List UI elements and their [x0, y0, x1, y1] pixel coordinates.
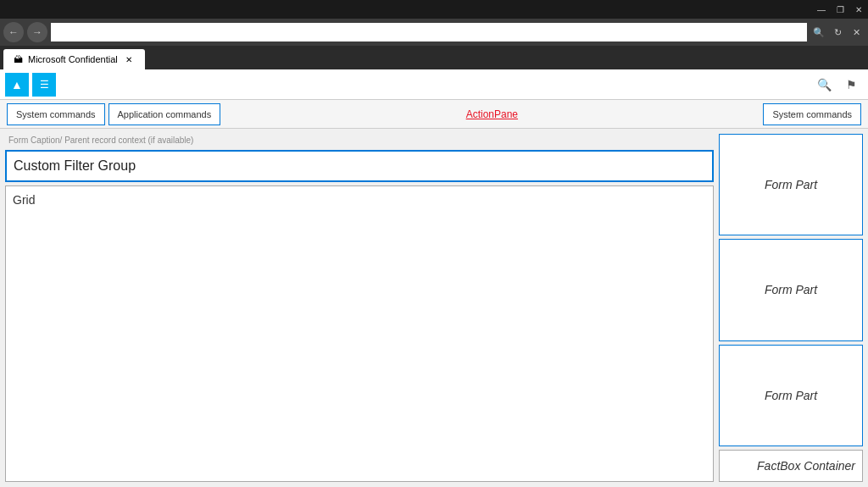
title-bar: — ❐ ✕: [0, 0, 868, 19]
toolbar-right: 🔍 ⚑: [812, 73, 863, 97]
form-part-3: Form Part: [719, 345, 863, 446]
refresh-icon[interactable]: ↻: [829, 24, 846, 41]
search-icon[interactable]: 🔍: [810, 24, 827, 41]
toolbar-search-icon[interactable]: 🔍: [812, 73, 836, 97]
back-button[interactable]: ←: [3, 22, 24, 42]
close-tab-icon[interactable]: ✕: [848, 24, 865, 41]
form-part-2-label: Form Part: [765, 283, 817, 296]
restore-button[interactable]: ❐: [831, 0, 849, 19]
form-part-1-label: Form Part: [765, 178, 817, 191]
application-commands-button[interactable]: Application commands: [108, 103, 221, 125]
app-logo: ▲: [5, 73, 29, 97]
system-commands-right-button[interactable]: System commands: [763, 103, 861, 125]
tab-label: Microsoft Confidential: [28, 54, 118, 64]
factbox-label: FactBox Container: [757, 459, 855, 473]
title-bar-controls: — ❐ ✕: [812, 0, 868, 19]
minimize-button[interactable]: —: [812, 0, 831, 19]
action-pane: System commands Application commands Act…: [0, 100, 868, 129]
grid-label: Grid: [13, 193, 35, 207]
action-pane-center-label: ActionPane: [224, 108, 760, 120]
form-part-3-label: Form Part: [765, 389, 817, 402]
forward-button[interactable]: →: [27, 22, 47, 42]
factbox-container: FactBox Container: [719, 450, 863, 482]
form-part-2: Form Part: [719, 239, 863, 340]
address-icons: 🔍 ↻ ✕: [810, 24, 865, 41]
application-commands-label: Application commands: [118, 109, 212, 119]
form-caption: Form Caption/ Parent record context (if …: [5, 134, 714, 147]
grid-box: Grid: [5, 185, 714, 482]
system-commands-left-label: System commands: [16, 109, 96, 119]
menu-button[interactable]: ☰: [32, 73, 56, 97]
toolbar-flag-icon[interactable]: ⚑: [839, 73, 863, 97]
toolbar: ▲ ☰ 🔍 ⚑: [0, 69, 868, 100]
system-commands-left-button[interactable]: System commands: [7, 103, 105, 125]
tab-bar: 🏔 Microsoft Confidential ✕: [0, 46, 868, 69]
right-panel: Form Part Form Part Form Part FactBox Co…: [719, 134, 863, 482]
tab-close-button[interactable]: ✕: [123, 53, 135, 65]
main-area: Form Caption/ Parent record context (if …: [0, 129, 868, 487]
close-button[interactable]: ✕: [849, 0, 868, 19]
tab-icon: 🏔: [14, 54, 23, 64]
form-part-1: Form Part: [719, 134, 863, 235]
system-commands-right-label: System commands: [772, 109, 852, 119]
left-panel: Form Caption/ Parent record context (if …: [5, 134, 714, 482]
active-tab[interactable]: 🏔 Microsoft Confidential ✕: [3, 49, 145, 69]
address-input[interactable]: [51, 23, 807, 42]
filter-group-box: Custom Filter Group: [5, 150, 714, 182]
address-bar: ← → 🔍 ↻ ✕: [0, 19, 868, 46]
